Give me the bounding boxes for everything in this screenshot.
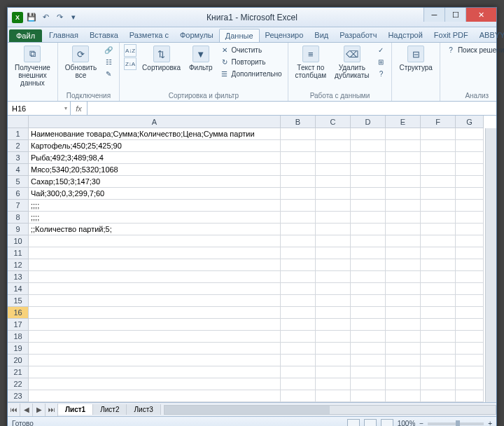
cell[interactable]: [316, 247, 351, 259]
select-all-corner[interactable]: [8, 116, 29, 128]
cell[interactable]: [281, 343, 316, 355]
cell[interactable]: [316, 343, 351, 355]
cell[interactable]: [386, 307, 421, 319]
sheet-nav-last[interactable]: ⏭: [46, 404, 58, 416]
whatif-button[interactable]: ?: [374, 68, 387, 79]
cell[interactable]: [386, 176, 421, 188]
worksheet-grid[interactable]: ABCDEFG1Наименование товара;Сумма;Количе…: [8, 116, 496, 402]
cell[interactable]: [316, 176, 351, 188]
cell[interactable]: [456, 390, 484, 402]
cell[interactable]: [386, 140, 421, 152]
properties-button[interactable]: ☷: [102, 56, 115, 67]
cell[interactable]: [456, 128, 484, 140]
row-header-14[interactable]: 14: [8, 283, 29, 295]
cell[interactable]: ;;Количество партий;5;: [29, 224, 281, 235]
row-header-23[interactable]: 23: [8, 390, 29, 402]
row-header-18[interactable]: 18: [8, 331, 29, 343]
sheet-tab-Лист1[interactable]: Лист1: [58, 404, 93, 415]
row-header-1[interactable]: 1: [8, 128, 29, 140]
edit-links-button[interactable]: ✎: [102, 68, 115, 79]
cell[interactable]: [316, 295, 351, 307]
col-header-B[interactable]: B: [281, 116, 316, 128]
cell[interactable]: [456, 152, 484, 164]
filter-button[interactable]: ▼ Фильтр: [186, 44, 216, 73]
cell[interactable]: [281, 283, 316, 295]
cell[interactable]: [421, 164, 456, 176]
cell[interactable]: [456, 366, 484, 378]
cell[interactable]: [421, 224, 456, 235]
cell[interactable]: [316, 355, 351, 366]
outline-button[interactable]: ⊟ Структура: [396, 44, 435, 73]
cell[interactable]: [29, 295, 281, 307]
cell[interactable]: [281, 295, 316, 307]
zoom-out-button[interactable]: −: [419, 420, 424, 426]
cell[interactable]: [29, 378, 281, 390]
consolidate-button[interactable]: ⊞: [374, 56, 387, 67]
cell[interactable]: [281, 164, 316, 176]
cell[interactable]: [421, 271, 456, 283]
sort-asc-button[interactable]: A↓Z: [124, 44, 136, 57]
col-header-E[interactable]: E: [386, 116, 421, 128]
cell[interactable]: [456, 164, 484, 176]
cell[interactable]: [351, 224, 386, 235]
cell[interactable]: [351, 200, 386, 212]
row-header-17[interactable]: 17: [8, 319, 29, 331]
cell[interactable]: [29, 235, 281, 247]
row-header-8[interactable]: 8: [8, 212, 29, 224]
fx-icon[interactable]: fx: [71, 102, 88, 115]
cell[interactable]: [386, 200, 421, 212]
sheet-nav-first[interactable]: ⏮: [8, 404, 20, 416]
cell[interactable]: [29, 319, 281, 331]
sheet-nav-prev[interactable]: ◀: [20, 404, 33, 416]
cell[interactable]: [421, 319, 456, 331]
cell[interactable]: [281, 390, 316, 402]
cell[interactable]: [29, 366, 281, 378]
cell[interactable]: [29, 331, 281, 343]
zoom-level[interactable]: 100%: [398, 420, 416, 426]
cell[interactable]: [456, 378, 484, 390]
cell[interactable]: [386, 378, 421, 390]
row-header-13[interactable]: 13: [8, 271, 29, 283]
cell[interactable]: [386, 164, 421, 176]
cell[interactable]: [281, 176, 316, 188]
cell[interactable]: [29, 390, 281, 402]
cell[interactable]: [316, 307, 351, 319]
cell[interactable]: [421, 176, 456, 188]
col-header-F[interactable]: F: [421, 116, 456, 128]
clear-filter-button[interactable]: ✕Очистить: [218, 44, 284, 55]
cell[interactable]: Картофель;450;25;425;90: [29, 140, 281, 152]
cell[interactable]: [386, 128, 421, 140]
cell[interactable]: [281, 212, 316, 224]
cell[interactable]: [281, 366, 316, 378]
zoom-slider[interactable]: [428, 422, 484, 425]
cell[interactable]: [316, 164, 351, 176]
row-header-21[interactable]: 21: [8, 366, 29, 378]
cell[interactable]: [456, 331, 484, 343]
cell[interactable]: [456, 295, 484, 307]
cell[interactable]: [421, 235, 456, 247]
cell[interactable]: [456, 188, 484, 200]
tab-главная[interactable]: Главная: [43, 29, 84, 42]
cell[interactable]: [386, 390, 421, 402]
cell[interactable]: [281, 331, 316, 343]
cell[interactable]: [281, 224, 316, 235]
cell[interactable]: [316, 235, 351, 247]
cell[interactable]: [316, 128, 351, 140]
cell[interactable]: [456, 224, 484, 235]
cell[interactable]: [316, 366, 351, 378]
cell[interactable]: [351, 247, 386, 259]
col-header-C[interactable]: C: [316, 116, 351, 128]
cell[interactable]: [281, 128, 316, 140]
maximize-button[interactable]: ☐: [444, 8, 465, 22]
connections-button[interactable]: 🔗: [102, 44, 115, 55]
tab-разработч[interactable]: Разработч: [334, 29, 382, 42]
cell[interactable]: [456, 355, 484, 366]
cell[interactable]: [456, 140, 484, 152]
cell[interactable]: [281, 188, 316, 200]
col-header-A[interactable]: A: [29, 116, 281, 128]
cell[interactable]: [316, 188, 351, 200]
cell[interactable]: [351, 188, 386, 200]
page-break-view-button[interactable]: [381, 419, 393, 427]
name-box[interactable]: H16: [8, 102, 71, 115]
cell[interactable]: [351, 212, 386, 224]
